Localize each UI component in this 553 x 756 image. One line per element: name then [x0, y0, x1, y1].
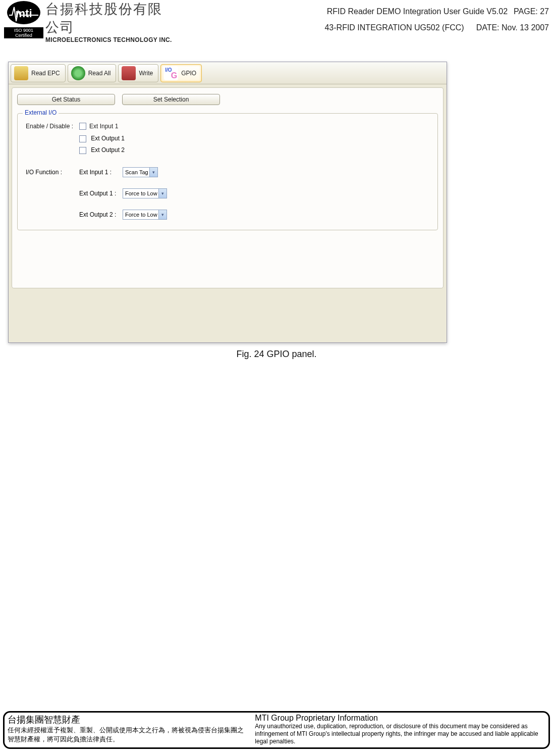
doc-date: DATE: Nov. 13 2007 — [476, 23, 549, 32]
read-epc-icon — [14, 66, 28, 80]
enable-disable-label: Enable / Disable : — [26, 123, 79, 130]
ext-output2-select-value: Force to Low — [125, 212, 158, 218]
external-io-groupbox: External I/O Enable / Disable : Ext Inpu… — [17, 113, 438, 230]
toolbar: Read EPC Read All Write GPIO — [9, 62, 447, 84]
groupbox-title: External I/O — [23, 109, 59, 116]
read-all-icon — [71, 66, 85, 80]
read-epc-button[interactable]: Read EPC — [11, 64, 66, 82]
write-button[interactable]: Write — [118, 64, 158, 82]
page-header: mti ISO 9001 Certified 台揚科技股份有限公司 MICROE… — [4, 0, 549, 43]
gpio-icon — [164, 66, 178, 80]
chevron-down-icon: ▾ — [158, 210, 167, 219]
footer-body-en: Any unauthorized use, duplication, repro… — [255, 723, 545, 745]
ext-output2-checkbox[interactable] — [79, 147, 86, 154]
ext-output1-checkbox-label: Ext Output 1 — [91, 135, 125, 142]
ext-output2-select[interactable]: Force to Low ▾ — [123, 210, 167, 220]
footer-body-cn: 任何未經授權逕予複製、重製、公開或使用本文之行為，將被視為侵害台揚集團之智慧財產… — [8, 726, 250, 744]
write-label: Write — [139, 70, 153, 77]
footer-title-en: MTI Group Proprietary Information — [255, 714, 545, 723]
doc-id: 43-RFID INTEGRATION UG502 (FCC) — [324, 23, 464, 32]
chevron-down-icon: ▾ — [158, 189, 167, 198]
read-all-label: Read All — [88, 70, 111, 77]
ext-output2-checkbox-label: Ext Output 2 — [91, 146, 125, 154]
write-icon — [122, 66, 136, 80]
ext-input1-select-value: Scan Tag — [125, 169, 149, 175]
footer-title-cn: 台揚集團智慧財產 — [8, 714, 250, 726]
read-all-button[interactable]: Read All — [68, 64, 117, 82]
chevron-down-icon: ▾ — [149, 168, 157, 177]
figure-caption: Fig. 24 GPIO panel. — [4, 349, 549, 360]
ext-input1-func-label: Ext Input 1 : — [79, 169, 123, 176]
ext-output1-func-label: Ext Output 1 : — [79, 190, 123, 197]
company-name-en: MICROELECTRONICS TECHNOLOGY INC. — [45, 36, 176, 43]
ext-input1-select[interactable]: Scan Tag ▾ — [123, 167, 158, 177]
ext-output2-func-label: Ext Output 2 : — [79, 211, 123, 218]
set-selection-button[interactable]: Set Selection — [122, 94, 220, 105]
iso-cert-badge: ISO 9001 Certified — [4, 27, 43, 38]
get-status-button[interactable]: Get Status — [17, 94, 115, 105]
ext-input1-checkbox-label: Ext Input 1 — [89, 123, 118, 130]
ext-output1-select-value: Force to Low — [125, 190, 158, 196]
logo: mti ISO 9001 Certified — [4, 0, 43, 38]
io-function-label: I/O Function : — [26, 169, 79, 176]
footer-notice: 台揚集團智慧財產 任何未經授權逕予複製、重製、公開或使用本文之行為，將被視為侵害… — [3, 711, 550, 749]
ext-output1-checkbox[interactable] — [79, 135, 86, 142]
app-screenshot: Read EPC Read All Write GPIO Get Status … — [8, 62, 447, 343]
ext-input1-checkbox[interactable] — [79, 123, 86, 130]
gpio-panel: Get Status Set Selection External I/O En… — [12, 87, 444, 288]
gpio-button[interactable]: GPIO — [160, 64, 202, 82]
doc-title: RFID Reader DEMO Integration User Guide … — [327, 7, 508, 16]
company-name-cn: 台揚科技股份有限公司 — [45, 0, 176, 36]
page-number: PAGE: 27 — [514, 7, 549, 16]
ext-output1-select[interactable]: Force to Low ▾ — [123, 188, 167, 198]
gpio-label: GPIO — [181, 70, 196, 77]
read-epc-label: Read EPC — [31, 70, 60, 77]
